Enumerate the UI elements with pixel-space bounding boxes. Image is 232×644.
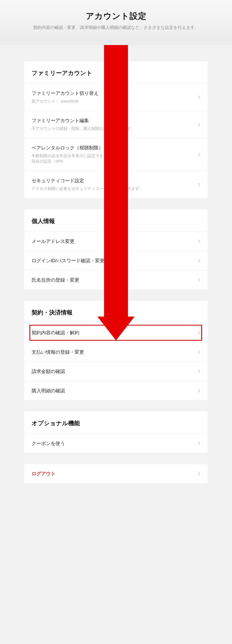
chevron-right-icon [198,152,200,157]
row-use-coupon[interactable]: クーポンを使う [24,434,208,453]
row-title: クーポンを使う [32,440,195,447]
row-desc: アクセス制限に必要なセキュリティコードの設定ができます。 [32,186,195,192]
row-content: ペアレンタルロック（視聴制限） 年齢制限のある作品を非表示に設定できます。 現在… [32,145,195,165]
row-title: セキュリティコード設定 [32,177,195,184]
row-title: 契約内容の確認・解約 [32,330,195,336]
chevron-right-icon [198,389,200,393]
row-name-address[interactable]: 氏名住所の登録・変更 [24,270,208,290]
page-title: アカウント設定 [5,11,227,22]
section-title-family: ファミリーアカウント [24,61,208,84]
row-desc: 年齢制限のある作品を非表示に設定できます。 現在の設定：OFF [32,153,195,165]
row-title: 支払い情報の登録・変更 [32,349,195,355]
chevron-right-icon [198,183,200,187]
chevron-right-icon [198,259,200,263]
row-desc: 子アカウントの登録・削除、購入制限の設定ができます。 [32,126,195,132]
row-content: ファミリーアカウント編集 子アカウントの登録・削除、購入制限の設定ができます。 [32,117,195,132]
row-content: 請求金額の確認 [32,368,195,375]
chevron-right-icon [198,95,200,99]
chevron-right-icon [198,472,200,476]
section-title-optional: オプショナル機能 [24,411,208,434]
row-content: 支払い情報の登録・変更 [32,349,195,355]
row-parental-lock[interactable]: ペアレンタルロック（視聴制限） 年齢制限のある作品を非表示に設定できます。 現在… [24,138,208,171]
page-header: アカウント設定 契約内容の確認・変更、請求明細や購入明細の確認など、さまざまな設… [0,0,232,45]
row-title: メールアドレス変更 [32,238,195,245]
row-content: 契約内容の確認・解約 [32,330,195,336]
desc-value: unext3939 [61,99,79,103]
row-purchase-history[interactable]: 購入明細の確認 [24,381,208,400]
row-security-code[interactable]: セキュリティコード設定 アクセス制限に必要なセキュリティコードの設定ができます。 [24,171,208,198]
row-payment-info[interactable]: 支払い情報の登録・変更 [24,343,208,362]
row-title: 購入明細の確認 [32,388,195,394]
chevron-right-icon [198,239,200,243]
row-billing-amount[interactable]: 請求金額の確認 [24,362,208,381]
chevron-right-icon [198,350,200,354]
section-optional: オプショナル機能 クーポンを使う [24,411,208,453]
section-family-account: ファミリーアカウント ファミリーアカウント切り替え 親アカウント： unext3… [24,61,208,198]
chevron-right-icon [198,278,200,282]
row-content: ファミリーアカウント切り替え 親アカウント： unext3939 [32,90,195,104]
page-subtitle: 契約内容の確認・変更、請求明細や購入明細の確認など、さまざまな設定を行えます。 [5,25,227,30]
desc-prefix: 親アカウント： [32,99,61,103]
row-title: 氏名住所の登録・変更 [32,277,195,283]
section-contract-payment: 契約・決済情報 契約内容の確認・解約 支払い情報の登録・変更 請求金額の確認 購… [24,300,208,401]
row-title: ペアレンタルロック（視聴制限） [32,145,195,151]
row-family-switch[interactable]: ファミリーアカウント切り替え 親アカウント： unext3939 [24,84,208,111]
row-content: メールアドレス変更 [32,238,195,245]
row-email-change[interactable]: メールアドレス変更 [24,232,208,251]
row-contract-confirm-cancel[interactable]: 契約内容の確認・解約 [24,323,208,343]
row-logout[interactable]: ログアウト [24,464,208,483]
row-title: ファミリーアカウント切り替え [32,90,195,96]
row-title: ログアウト [32,470,195,477]
chevron-right-icon [198,369,200,374]
row-content: 氏名住所の登録・変更 [32,277,195,283]
row-title: 請求金額の確認 [32,368,195,375]
chevron-right-icon [198,441,200,446]
content-area: ファミリーアカウント ファミリーアカウント切り替え 親アカウント： unext3… [0,45,232,483]
chevron-right-icon [198,122,200,127]
row-title: ファミリーアカウント編集 [32,117,195,124]
row-login-password[interactable]: ログインID/パスワード確認・変更 [24,251,208,270]
chevron-right-icon [198,331,200,335]
row-family-edit[interactable]: ファミリーアカウント編集 子アカウントの登録・削除、購入制限の設定ができます。 [24,111,208,138]
section-personal-info: 個人情報 メールアドレス変更 ログインID/パスワード確認・変更 氏名住所の登録… [24,209,208,290]
row-content: クーポンを使う [32,440,195,447]
row-title: ログインID/パスワード確認・変更 [32,257,195,264]
row-content: 購入明細の確認 [32,388,195,394]
row-content: ログインID/パスワード確認・変更 [32,257,195,264]
section-title-personal: 個人情報 [24,209,208,232]
row-content: ログアウト [32,470,195,477]
row-desc: 親アカウント： unext3939 [32,99,195,104]
section-logout: ログアウト [24,464,208,483]
row-content: セキュリティコード設定 アクセス制限に必要なセキュリティコードの設定ができます。 [32,177,195,192]
section-title-contract: 契約・決済情報 [24,301,208,323]
